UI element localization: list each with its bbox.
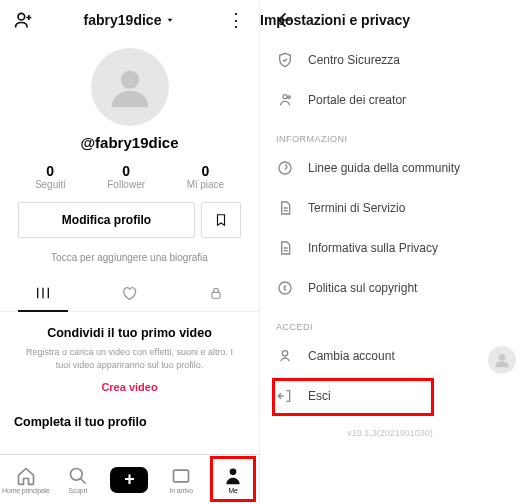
back-icon[interactable] — [270, 7, 296, 33]
svg-rect-4 — [174, 470, 189, 482]
nav-create[interactable]: + — [105, 467, 153, 493]
svg-point-5 — [230, 468, 237, 475]
inbox-icon — [171, 466, 191, 486]
settings-title: Impostazioni e privacy — [260, 12, 520, 28]
row-logout[interactable]: Esci — [260, 376, 520, 416]
section-info: INFORMAZIONI — [260, 120, 520, 148]
row-security-center[interactable]: Centro Sicurezza — [260, 40, 520, 80]
person-icon — [223, 466, 243, 486]
nav-home[interactable]: Home principale — [2, 466, 50, 494]
feed-icon — [35, 285, 51, 301]
profile-title: fabry19dice — [84, 12, 162, 28]
row-terms-of-service[interactable]: Termini di Servizio — [260, 188, 520, 228]
nav-me[interactable]: Me — [209, 466, 257, 494]
avatar[interactable] — [91, 48, 169, 126]
lock-icon — [209, 286, 223, 300]
row-creator-portal[interactable]: Portale dei creator — [260, 80, 520, 120]
svg-point-10 — [282, 351, 287, 356]
row-community-guidelines[interactable]: Linee guida della community — [260, 148, 520, 188]
row-copyright-policy[interactable]: Politica sul copyright — [260, 268, 520, 308]
complete-profile-heading: Completa il tuo profilo — [0, 403, 259, 435]
plus-icon: + — [110, 467, 148, 493]
svg-point-1 — [120, 71, 138, 89]
stat-following[interactable]: 0 Seguiti — [35, 163, 66, 190]
more-menu-icon[interactable]: ⋮ — [223, 7, 249, 33]
switch-account-icon — [276, 347, 294, 365]
bottom-nav: Home principale Scopri + In arrivo Me — [0, 454, 259, 504]
profile-title-dropdown[interactable]: fabry19dice — [84, 12, 176, 28]
guidelines-icon — [276, 159, 294, 177]
creator-icon — [276, 91, 294, 109]
search-icon — [68, 466, 88, 486]
nav-discover[interactable]: Scopri — [54, 466, 102, 494]
document-icon — [276, 239, 294, 257]
floating-avatar-icon — [488, 346, 516, 374]
promo-subtitle: Registra o carica un video con effetti, … — [20, 346, 239, 371]
svg-point-0 — [18, 13, 25, 20]
svg-point-6 — [283, 95, 287, 99]
stat-likes[interactable]: 0 Mi piace — [187, 163, 224, 190]
add-friend-icon[interactable] — [10, 7, 36, 33]
username-handle: @fabry19dice — [0, 134, 259, 151]
svg-point-3 — [70, 468, 82, 480]
svg-point-7 — [288, 96, 291, 99]
shield-check-icon — [276, 51, 294, 69]
create-video-link[interactable]: Crea video — [20, 381, 239, 393]
edit-profile-button[interactable]: Modifica profilo — [18, 202, 195, 238]
version-label: v19.1.3(2021901030) — [260, 416, 520, 450]
promo-title: Condividi il tuo primo video — [20, 326, 239, 340]
document-icon — [276, 199, 294, 217]
bio-hint[interactable]: Tocca per aggiungere una biografia — [0, 252, 259, 275]
tab-liked[interactable] — [86, 275, 172, 311]
row-privacy-policy[interactable]: Informativa sulla Privacy — [260, 228, 520, 268]
stat-followers[interactable]: 0 Follower — [107, 163, 145, 190]
copyright-icon — [276, 279, 294, 297]
logout-icon — [276, 387, 294, 405]
svg-rect-2 — [212, 292, 220, 298]
section-accedi: ACCEDI — [260, 308, 520, 336]
nav-inbox[interactable]: In arrivo — [157, 466, 205, 494]
tab-private[interactable] — [173, 275, 259, 311]
bookmarks-button[interactable] — [201, 202, 241, 238]
tab-feed[interactable] — [0, 275, 86, 311]
heart-icon — [121, 285, 137, 301]
chevron-down-icon — [165, 15, 175, 25]
svg-point-11 — [499, 354, 506, 361]
row-switch-account[interactable]: Cambia account — [260, 336, 520, 376]
home-icon — [16, 466, 36, 486]
